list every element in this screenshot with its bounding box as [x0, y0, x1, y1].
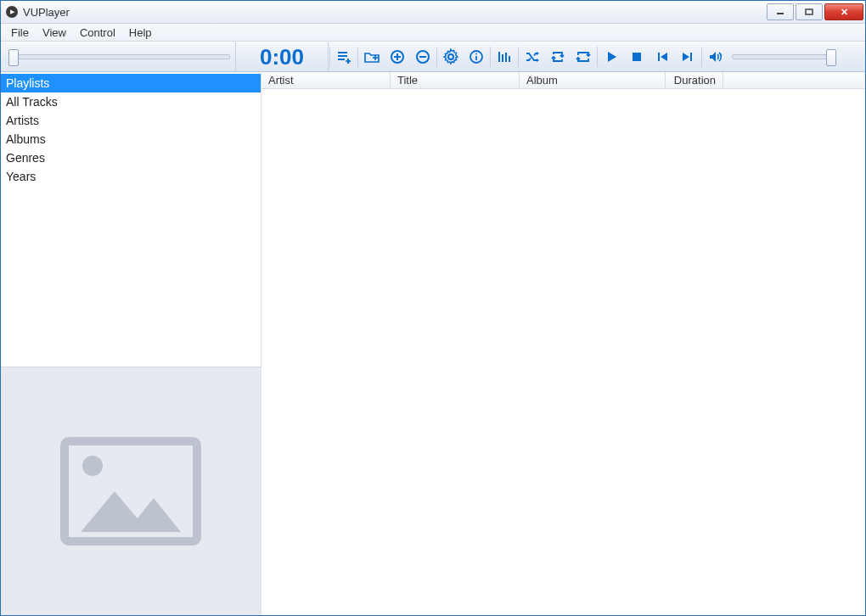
column-album[interactable]: Album [520, 72, 666, 88]
seek-slider[interactable] [4, 42, 235, 71]
minimize-button[interactable] [767, 3, 794, 20]
toolbar: 0:00 * [1, 42, 865, 72]
image-placeholder-icon [60, 437, 201, 546]
album-art-panel [1, 367, 261, 615]
titlebar[interactable]: VUPlayer ✕ [1, 1, 865, 24]
content-area: Playlists All Tracks Artists Albums Genr… [1, 72, 865, 615]
seek-thumb[interactable] [8, 49, 19, 66]
tree-item-all-tracks[interactable]: All Tracks [1, 92, 261, 111]
settings-icon[interactable] [438, 42, 464, 71]
play-icon[interactable] [599, 42, 624, 71]
repeat-one-icon[interactable] [545, 42, 571, 71]
svg-rect-1 [806, 9, 813, 14]
menu-file[interactable]: File [4, 24, 36, 41]
volume-icon[interactable] [703, 42, 728, 71]
column-artist[interactable]: Artist [261, 72, 391, 88]
tree-item-artists[interactable]: Artists [1, 111, 261, 130]
svg-rect-23 [658, 53, 660, 61]
previous-icon[interactable] [650, 42, 675, 71]
window-title: VUPlayer [23, 6, 70, 19]
tree-item-years[interactable]: Years [1, 167, 261, 186]
svg-rect-24 [690, 53, 692, 61]
stop-icon[interactable] [624, 42, 650, 71]
svg-rect-22 [633, 53, 641, 61]
time-display: 0:00 [235, 42, 329, 71]
close-button[interactable]: ✕ [824, 3, 863, 20]
repeat-icon[interactable] [571, 42, 596, 71]
add-folder-icon[interactable] [359, 42, 385, 71]
tree-item-playlists[interactable]: Playlists [1, 74, 261, 92]
track-list[interactable]: Artist Title Album Duration [261, 72, 865, 615]
svg-point-16 [475, 53, 477, 55]
maximize-button[interactable] [796, 3, 823, 20]
column-duration[interactable]: Duration [666, 72, 723, 88]
column-filler [723, 72, 865, 88]
svg-text:*: * [348, 59, 351, 65]
volume-thumb[interactable] [826, 49, 836, 66]
remove-icon[interactable] [410, 42, 436, 71]
menu-view[interactable]: View [36, 24, 73, 41]
equalizer-icon[interactable] [492, 42, 517, 71]
column-title[interactable]: Title [391, 72, 520, 88]
add-icon[interactable] [385, 42, 410, 71]
tree-item-albums[interactable]: Albums [1, 130, 261, 148]
volume-slider[interactable] [732, 54, 835, 59]
list-body[interactable] [261, 89, 865, 615]
info-icon[interactable] [464, 42, 489, 71]
menu-help[interactable]: Help [122, 24, 159, 41]
menu-control[interactable]: Control [73, 24, 122, 41]
app-icon [6, 6, 18, 18]
library-tree[interactable]: Playlists All Tracks Artists Albums Genr… [1, 72, 261, 367]
left-column: Playlists All Tracks Artists Albums Genr… [1, 72, 261, 615]
next-icon[interactable] [675, 42, 700, 71]
list-header[interactable]: Artist Title Album Duration [261, 72, 865, 89]
playlist-icon[interactable]: * [331, 42, 357, 71]
menubar: File View Control Help [1, 24, 865, 42]
tree-item-genres[interactable]: Genres [1, 148, 261, 167]
shuffle-icon[interactable] [520, 42, 545, 71]
app-window: VUPlayer ✕ File View Control Help 0:00 * [0, 0, 866, 616]
